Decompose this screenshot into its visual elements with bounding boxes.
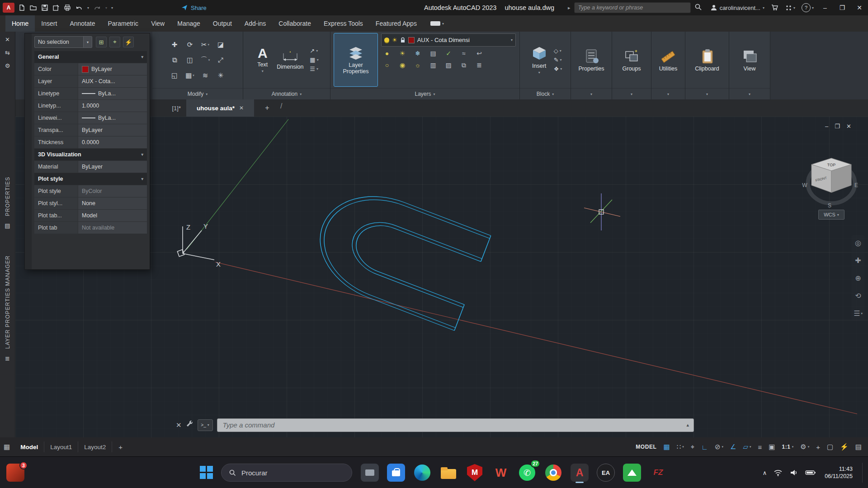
polar-tracking-icon[interactable]: ⊘ ▾	[715, 443, 723, 451]
property-row[interactable]: Transpa... ByLayer	[34, 124, 147, 136]
layer-unlock-icon[interactable]: ▥	[428, 60, 438, 70]
file-tab-close-icon[interactable]: ✕	[239, 105, 244, 111]
share-button[interactable]: Share	[181, 4, 207, 11]
show-desktop-button[interactable]	[862, 463, 864, 483]
user-account-button[interactable]: carolinavicent...▾	[710, 4, 764, 11]
graphics-performance-icon[interactable]: ⚡	[840, 443, 849, 451]
clean-screen-icon[interactable]: ▢	[827, 443, 833, 451]
layer-on-icon[interactable]: ◉	[397, 60, 407, 70]
drawing-restore-icon[interactable]: ❐	[835, 123, 840, 130]
property-row[interactable]: Linetyp... 1.0000	[34, 100, 147, 112]
notification-app-icon[interactable]: 3	[6, 464, 24, 482]
select-objects-icon[interactable]: ⌖	[109, 37, 120, 47]
attributes-icon[interactable]: ❖▾	[554, 66, 562, 72]
file-tab-active[interactable]: uhouse aula* ✕	[186, 99, 254, 117]
clipboard-panel-label[interactable]: ▾	[685, 88, 729, 99]
layer-isolate-icon[interactable]: ☀	[397, 48, 407, 58]
autocad-icon[interactable]: A	[570, 462, 590, 483]
osnap-tracking-icon[interactable]: ∠	[730, 443, 736, 451]
stretch-icon[interactable]: ⤢	[214, 53, 227, 67]
ribbon-tab[interactable]: Parametric	[101, 15, 145, 32]
pan-icon[interactable]: ✚	[855, 256, 861, 265]
dimension-button[interactable]: Dimension	[274, 48, 306, 71]
layer-off-icon[interactable]: ●	[382, 48, 392, 58]
new-layout-icon[interactable]: +	[113, 443, 128, 451]
property-row[interactable]: Color ByLayer	[34, 63, 147, 75]
insert-block-button[interactable]: Insert ▾	[528, 44, 550, 76]
layer-lock-icon[interactable]: ▤	[428, 48, 438, 58]
autodesk-apps-icon[interactable]: ▾	[785, 5, 795, 11]
maximize-icon[interactable]: ❐	[834, 0, 851, 15]
match-layer-icon[interactable]: ≈	[459, 48, 469, 58]
drawing-minimize-icon[interactable]: –	[825, 123, 828, 130]
taskbar-clock[interactable]: 11:43 06/11/2025	[825, 465, 853, 480]
app-window-icon[interactable]	[360, 462, 380, 483]
modify-panel-label[interactable]: Modify▾	[152, 88, 243, 99]
whatsapp-icon[interactable]: 27	[517, 462, 537, 483]
ribbon-tab[interactable]: Manage	[171, 15, 207, 32]
view-panel-label[interactable]: ▾	[729, 88, 770, 99]
quick-view-layouts-icon[interactable]: ▦	[4, 443, 10, 451]
properties-palette-icon[interactable]: ▤	[5, 222, 10, 229]
autohide-icon[interactable]: ⇆	[5, 49, 10, 56]
leader-icon[interactable]: ↗▾	[310, 47, 318, 54]
keyword-search-input[interactable]	[574, 2, 691, 13]
customize-qat-icon[interactable]: ▾	[111, 6, 113, 10]
mcafee-icon[interactable]: M	[465, 462, 485, 483]
layers-panel-label[interactable]: Layers▾	[330, 88, 519, 99]
selection-dropdown[interactable]: No selection ▾	[34, 36, 92, 48]
rotate-icon[interactable]: ⟳	[183, 38, 197, 52]
help-button[interactable]: ?▾	[802, 3, 814, 12]
layer-manager-strip-label[interactable]: LAYER PROPERTIES MANAGER	[5, 255, 11, 349]
layer-manager-icon[interactable]: ≣	[5, 355, 10, 362]
command-line[interactable]: ▴	[217, 418, 694, 432]
block-editor-icon[interactable]: ✎▾	[554, 56, 562, 63]
ribbon-tab[interactable]: Express Tools	[317, 15, 369, 32]
text-button[interactable]: A Text ▾	[255, 45, 270, 75]
ribbon-tab[interactable]: Collaborate	[272, 15, 317, 32]
offset-icon[interactable]: ≋	[198, 69, 212, 82]
chrome-icon[interactable]	[543, 462, 563, 483]
fillet-icon[interactable]: ⌒▾	[198, 53, 212, 67]
redo-icon[interactable]	[93, 4, 101, 11]
annotation-panel-label[interactable]: Annotation▾	[243, 88, 330, 99]
section-header-3d-visualization[interactable]: 3D Visualization▾	[34, 149, 147, 160]
wifi-icon[interactable]	[774, 469, 783, 476]
array-icon[interactable]: ▦▾	[183, 69, 197, 82]
properties-button[interactable]: Properties	[576, 47, 607, 73]
close-icon[interactable]: ✕	[851, 0, 868, 15]
property-row[interactable]: Layer AUX - Cota...	[34, 75, 147, 87]
selection-cycling-icon[interactable]: ▣	[769, 443, 775, 451]
battery-icon[interactable]	[805, 470, 816, 475]
taskbar-search[interactable]	[221, 464, 352, 482]
palette-settings-gear-icon[interactable]: ⚙	[5, 62, 10, 69]
ortho-mode-icon[interactable]: ∟	[701, 443, 708, 451]
block-panel-label[interactable]: Block▾	[520, 88, 571, 99]
volume-icon[interactable]	[789, 469, 798, 476]
dynamic-input-icon[interactable]: ⌖	[691, 443, 694, 451]
layout-tab[interactable]: Layout2	[78, 441, 112, 452]
ribbon-tab[interactable]: Home	[5, 15, 35, 32]
make-current-icon[interactable]: ✓	[443, 48, 453, 58]
layout-tab[interactable]: Model	[14, 441, 44, 452]
microsoft-store-icon[interactable]	[386, 462, 406, 483]
ribbon-tab[interactable]: Featured Apps	[369, 15, 423, 32]
model-space-button[interactable]: MODEL	[636, 444, 656, 450]
orbit-icon[interactable]: ⟲	[855, 291, 861, 300]
ribbon-tab[interactable]: Annotate	[63, 15, 101, 32]
ribbon-tab[interactable]: Insert	[35, 15, 63, 32]
autocad-logo-icon[interactable]: A	[3, 3, 14, 13]
utilities-button[interactable]: Utilities	[656, 47, 680, 73]
copy-icon[interactable]: ⧉	[168, 53, 181, 67]
command-close-icon[interactable]: ✕	[176, 421, 182, 429]
open-file-icon[interactable]	[29, 4, 37, 11]
taskbar-search-input[interactable]	[241, 469, 344, 477]
layer-previous-icon[interactable]: ↩	[474, 48, 484, 58]
search-icon[interactable]	[694, 3, 702, 12]
scale-icon[interactable]: ◱	[168, 69, 181, 82]
layer-dropdown[interactable]: ☀ AUX - Cota Dimensi ▾	[381, 33, 516, 47]
wcs-button[interactable]: WCS▾	[818, 210, 844, 220]
new-drawing-tab-icon[interactable]: +	[261, 103, 273, 113]
erase-icon[interactable]: ◪	[214, 38, 227, 52]
layer-freeze-icon[interactable]: ❄	[413, 48, 423, 58]
